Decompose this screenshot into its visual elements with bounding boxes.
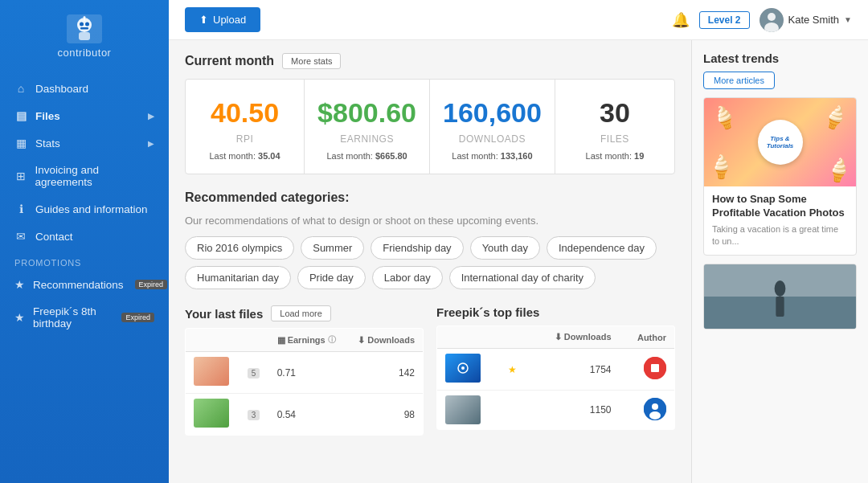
category-tag-pride[interactable]: Pride day — [297, 266, 366, 289]
table-row: 3 0.54 98 — [186, 394, 424, 436]
table-row: 1150 — [437, 391, 675, 430]
expired-badge: Expired — [135, 280, 168, 289]
expired-badge-2: Expired — [121, 313, 154, 322]
categories-description: Our recommendations of what to design or… — [185, 215, 675, 227]
info-icon: ℹ — [14, 203, 27, 215]
earnings-col-header: ▦ Earnings ⓘ — [269, 329, 347, 352]
rpi-value: 40.50 — [199, 97, 291, 129]
more-stats-button[interactable]: More stats — [282, 53, 341, 69]
rpi-last-month: Last month: 35.04 — [199, 151, 291, 161]
sidebar-item-recommendations[interactable]: ★ Recommendations Expired — [0, 271, 169, 298]
author-avatar — [644, 398, 666, 420]
svg-point-18 — [649, 411, 661, 420]
category-tag-summer[interactable]: Summer — [301, 236, 364, 260]
star-icon: ★ — [14, 278, 25, 291]
svg-point-9 — [768, 13, 776, 21]
sidebar-logo: contributor — [0, 0, 169, 70]
svg-rect-15 — [651, 364, 659, 372]
upload-label: Upload — [213, 14, 246, 26]
sidebar-item-label: Guides and information — [35, 203, 148, 215]
earnings-cell: 0.54 — [269, 394, 347, 436]
category-tag-labor[interactable]: Labor day — [372, 266, 443, 289]
earnings-label: Earnings — [317, 133, 416, 145]
file-thumbnail — [445, 354, 481, 383]
num-col-header — [240, 329, 269, 352]
stat-card-rpi: 40.50 RPI Last month: 35.04 — [186, 80, 305, 174]
sidebar-logo-text: contributor — [58, 47, 112, 59]
star-col-header — [500, 326, 530, 349]
thumb-col-header — [186, 329, 240, 352]
files-icon: ▤ — [14, 109, 27, 122]
load-more-button[interactable]: Load more — [271, 305, 331, 321]
stat-card-downloads: 160,600 Downloads Last month: 133,160 — [430, 80, 555, 174]
ice-cream-icon-1: 🍦 — [706, 100, 742, 135]
sidebar-item-freepik-birthday[interactable]: ★ Freepik´s 8th birthday Expired — [0, 298, 169, 337]
topbar-right: 🔔 Level 2 Kate Smith ▼ — [672, 8, 852, 32]
tips-tutorials-badge: Tips & Tutorials — [758, 120, 803, 165]
content-area: Current month More stats 40.50 RPI Last … — [169, 40, 868, 483]
files-section: Your last files Load more ▦ — [185, 305, 675, 436]
category-tag-international[interactable]: International day of charity — [449, 266, 596, 289]
stat-card-files: 30 Files Last month: 19 — [555, 80, 674, 174]
upload-icon: ⬆ — [199, 14, 208, 26]
top-files: Freepik´s top files ⬇ Downloads — [436, 305, 675, 436]
sidebar-item-stats[interactable]: ▦ Stats ▶ — [0, 129, 169, 157]
top-files-header: Freepik´s top files — [436, 305, 675, 319]
downloads-last-month: Last month: 133,160 — [443, 151, 542, 161]
category-tag-friendship[interactable]: Friendship day — [371, 236, 463, 260]
bell-icon[interactable]: 🔔 — [672, 11, 690, 29]
top-files-title: Freepik´s top files — [436, 305, 539, 319]
sidebar-item-label: Recommendations — [33, 279, 124, 291]
files-label: Files — [568, 133, 661, 145]
star-icon: ★ — [508, 364, 517, 375]
download-icon: ⬇ — [555, 332, 562, 342]
files-last-month: Last month: 19 — [568, 151, 661, 161]
file-num-badge: 3 — [248, 410, 260, 420]
trend-body: How to Snap Some Profitable Vacation Pho… — [704, 186, 856, 255]
svg-rect-7 — [79, 32, 90, 40]
your-files-title: Your last files — [185, 307, 263, 321]
category-tag-rio[interactable]: Rio 2016 olympics — [185, 236, 294, 260]
file-thumbnail — [194, 399, 229, 428]
chevron-down-icon: ▼ — [844, 15, 852, 24]
user-name: Kate Smith — [788, 14, 840, 26]
sidebar: contributor ⌂ Dashboard ▤ Files ▶ ▦ Stat… — [0, 0, 169, 483]
stats-icon: ▦ — [14, 137, 27, 149]
more-articles-button[interactable]: More articles — [703, 72, 775, 89]
downloads-cell: 1150 — [530, 391, 620, 430]
file-thumbnail — [445, 395, 481, 424]
upload-button[interactable]: ⬆ Upload — [185, 7, 260, 32]
sidebar-item-label: Freepik´s 8th birthday — [33, 305, 110, 330]
download-icon: ⬇ — [358, 335, 365, 345]
ice-cream-icon-3: 🍦 — [707, 153, 735, 180]
ice-cream-icon-2: 🍦 — [817, 100, 853, 135]
category-tag-youth[interactable]: Youth day — [470, 236, 540, 260]
author-col-header: Author — [620, 326, 675, 349]
earnings-cell: 0.71 — [269, 352, 347, 394]
sidebar-item-files[interactable]: ▤ Files ▶ — [0, 102, 169, 129]
sidebar-item-dashboard[interactable]: ⌂ Dashboard — [0, 75, 169, 102]
svg-point-21 — [775, 280, 786, 297]
downloads-cell: 98 — [347, 394, 424, 436]
sidebar-item-invoicing[interactable]: ⊞ Invoicing and agreements — [0, 157, 169, 195]
your-files-header: Your last files Load more — [185, 305, 424, 321]
trend-card: 🍦 🍦 🍦 🍦 Tips & Tutorials How to Snap Som… — [703, 97, 857, 256]
sidebar-item-contact[interactable]: ✉ Contact — [0, 223, 169, 250]
downloads-cell: 142 — [347, 352, 424, 394]
sidebar-item-label: Files — [35, 110, 60, 122]
user-menu[interactable]: Kate Smith ▼ — [760, 8, 853, 32]
file-thumbnail — [194, 357, 229, 386]
svg-point-17 — [652, 403, 658, 410]
sidebar-item-label: Contact — [35, 231, 73, 243]
right-sidebar: Latest trends More articles 🍦 🍦 🍦 🍦 Tips… — [691, 40, 868, 483]
svg-point-13 — [461, 366, 465, 370]
category-tag-independence[interactable]: Independence day — [547, 236, 657, 260]
svg-rect-4 — [80, 27, 88, 30]
sidebar-item-guides[interactable]: ℹ Guides and information — [0, 195, 169, 223]
earnings-last-month: Last month: $665.80 — [317, 151, 416, 161]
category-tag-humanitarian[interactable]: Humanitarian day — [185, 266, 291, 289]
top-files-table: ⬇ Downloads Author — [436, 325, 675, 430]
main-area: ⬆ Upload 🔔 Level 2 Kate Smith ▼ — [169, 0, 868, 483]
ice-cream-icon-4: 🍦 — [822, 154, 854, 186]
star-icon-2: ★ — [14, 311, 25, 324]
